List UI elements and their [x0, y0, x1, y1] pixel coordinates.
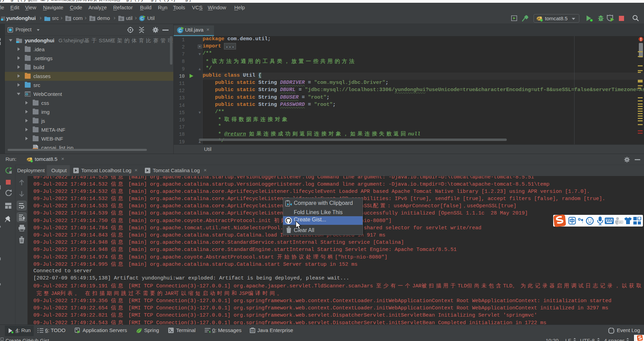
svg-text:2C: 2C [619, 221, 622, 224]
svg-text:C: C [141, 16, 143, 21]
svg-text:C: C [179, 28, 182, 33]
svg-text:EE: EE [251, 329, 255, 332]
